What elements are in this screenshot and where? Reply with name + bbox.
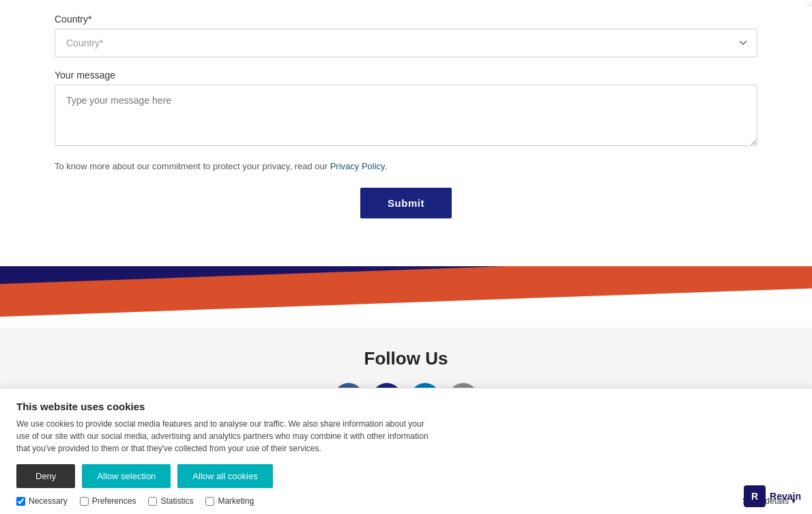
necessary-checkbox[interactable]	[16, 497, 25, 506]
revain-label: Revain	[770, 491, 801, 502]
cookie-banner: This website uses cookies We use cookies…	[0, 388, 812, 514]
cookie-buttons: Deny Allow selection Allow all cookies	[16, 464, 796, 488]
message-textarea[interactable]	[55, 85, 757, 146]
marketing-checkbox[interactable]	[205, 497, 214, 506]
statistics-checkbox[interactable]	[148, 497, 157, 506]
necessary-checkbox-label[interactable]: Necessary	[16, 496, 68, 506]
preferences-checkbox[interactable]	[80, 497, 89, 506]
cookie-body: We use cookies to provide social media f…	[16, 418, 439, 455]
preferences-label: Preferences	[92, 496, 136, 506]
decorative-stripes	[0, 266, 812, 328]
revain-icon: R	[744, 485, 766, 507]
statistics-checkbox-label[interactable]: Statistics	[148, 496, 193, 506]
statistics-label: Statistics	[160, 496, 193, 506]
necessary-label: Necessary	[29, 496, 68, 506]
country-select[interactable]: Country*	[55, 29, 757, 57]
preferences-checkbox-label[interactable]: Preferences	[80, 496, 136, 506]
cookie-title: This website uses cookies	[16, 401, 796, 412]
marketing-checkbox-label[interactable]: Marketing	[205, 496, 254, 506]
submit-container: Submit	[55, 188, 757, 246]
privacy-policy-link[interactable]: Privacy Policy	[330, 161, 385, 171]
revain-watermark: R Revain	[744, 485, 801, 507]
allow-selection-button[interactable]: Allow selection	[82, 464, 171, 488]
submit-button[interactable]: Submit	[360, 188, 452, 218]
contact-form-section: Country* Country* Your message To know m…	[0, 7, 812, 266]
message-label: Your message	[55, 70, 757, 81]
allow-all-button[interactable]: Allow all cookies	[177, 464, 272, 488]
deny-button[interactable]: Deny	[16, 464, 75, 488]
marketing-label: Marketing	[218, 496, 254, 506]
privacy-notice: To know more about our commitment to pro…	[55, 161, 757, 171]
follow-title: Follow Us	[0, 348, 812, 369]
cookie-checkboxes: Necessary Preferences Statistics Marketi…	[16, 496, 796, 506]
country-label: Country*	[55, 14, 757, 25]
